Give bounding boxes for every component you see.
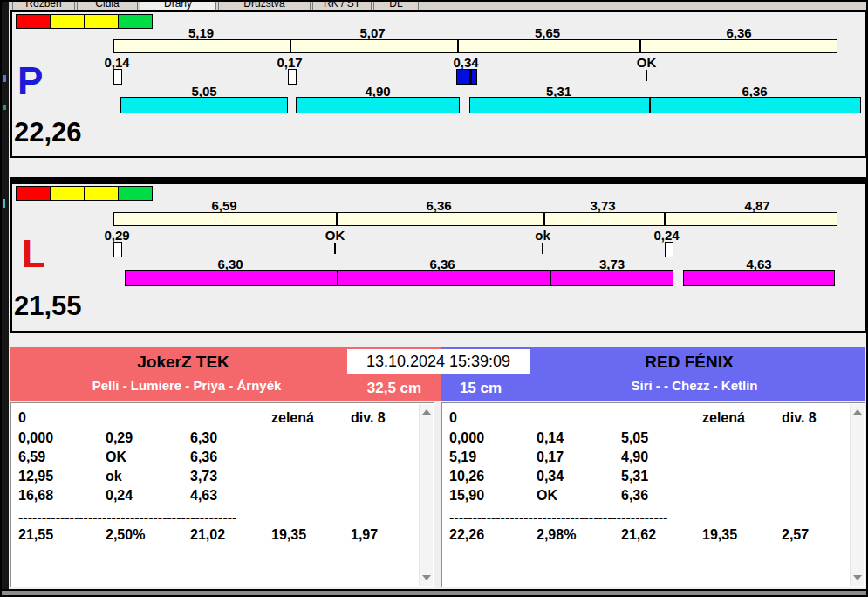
marker-divider bbox=[469, 70, 472, 84]
split-divider bbox=[457, 40, 459, 52]
team-table-left: 0 zelená div. 8 0,000 0,29 6,30 6,59 OK … bbox=[10, 402, 434, 587]
table-cell: 5,31 bbox=[621, 469, 648, 484]
light-yellow-1 bbox=[50, 14, 85, 29]
leg-label: 5,31 bbox=[469, 84, 648, 97]
leg-label: 4,90 bbox=[296, 84, 460, 97]
scroll-up-icon[interactable] bbox=[422, 409, 431, 415]
total-percent: 2,98% bbox=[537, 527, 576, 543]
table-cell: 0,000 bbox=[18, 430, 53, 446]
leg-divider bbox=[337, 271, 338, 285]
light-status: zelená bbox=[702, 410, 745, 426]
split-label: 6,59 bbox=[113, 198, 335, 211]
split-label: 5,19 bbox=[113, 25, 289, 38]
table-cell: 12,95 bbox=[18, 469, 53, 484]
total-time: 22,26 bbox=[449, 527, 484, 543]
lane-panel-p: 5,19 5,07 5,65 6,36 0,14 0,17 0,34 OK 5,… bbox=[10, 10, 866, 158]
team-name-left: JokerZ TEK bbox=[10, 353, 356, 372]
crossing-marker-ok bbox=[334, 243, 336, 254]
split-divider bbox=[290, 40, 291, 52]
tab-drahy[interactable]: Dráhy bbox=[140, 2, 216, 10]
total-time: 21,55 bbox=[18, 527, 53, 543]
lane-panel-l: 6,59 6,36 3,73 4,87 0,29 OK ok 0,24 6,30… bbox=[10, 177, 866, 333]
total-clean: 21,02 bbox=[190, 527, 225, 543]
crossing-marker bbox=[288, 69, 297, 85]
table-cell: 6,36 bbox=[190, 449, 217, 465]
split-divider bbox=[639, 40, 641, 52]
table-cell: 6,59 bbox=[18, 449, 45, 465]
crossing-marker bbox=[113, 69, 122, 85]
crossing-label: 0,17 bbox=[270, 55, 309, 68]
crossing-marker-ok bbox=[646, 70, 647, 81]
table-cell: 6,36 bbox=[621, 488, 648, 504]
lane-letter-p: P bbox=[17, 62, 43, 100]
crossing-label: OK bbox=[316, 228, 354, 241]
crossing-label: 0,29 bbox=[98, 228, 136, 241]
table-cell: 0,000 bbox=[449, 430, 484, 446]
leg-label: 6,36 bbox=[648, 84, 861, 97]
team-dogs-left: Pelli - Lumiere - Priya - Árnyék bbox=[10, 378, 363, 393]
lane-total-l: 21,55 bbox=[14, 292, 82, 320]
leg-label: 6,30 bbox=[125, 257, 336, 270]
table-cell: 4,63 bbox=[190, 488, 217, 504]
scroll-down-icon[interactable] bbox=[853, 575, 862, 580]
table-separator: ----------------------------------------… bbox=[449, 510, 698, 525]
crossing-label: 0,24 bbox=[647, 228, 686, 241]
light-red bbox=[16, 14, 51, 29]
table-cell: 5,19 bbox=[449, 449, 476, 465]
tab-cidla[interactable]: Cidla bbox=[77, 2, 138, 10]
leg-bar bbox=[469, 97, 861, 113]
split-timeline-bar-l bbox=[113, 212, 837, 226]
split-label: 6,36 bbox=[335, 198, 543, 211]
table-cell: 0,34 bbox=[537, 469, 564, 484]
timing-app-window: Rozbeh Cidla Dráhy Družstvá RK / ST DL 5… bbox=[0, 0, 868, 597]
split-divider bbox=[543, 213, 545, 225]
crossing-marker-fault bbox=[456, 69, 477, 85]
tab-dl[interactable]: DL bbox=[373, 2, 419, 10]
total-best: 19,35 bbox=[271, 527, 306, 543]
leg-label: 4,63 bbox=[683, 257, 835, 270]
table-cell: 0,24 bbox=[106, 488, 133, 504]
background-window-edge bbox=[0, 0, 9, 597]
lane-letter-l: L bbox=[22, 235, 45, 273]
crossing-label: ok bbox=[523, 228, 562, 241]
leg-bar bbox=[683, 270, 835, 286]
window-edge-artifact bbox=[3, 105, 6, 110]
table-cell: 0,14 bbox=[537, 430, 564, 446]
table-scrollbar[interactable] bbox=[850, 404, 864, 586]
crossing-marker bbox=[113, 242, 122, 257]
division-label: div. 8 bbox=[782, 410, 817, 426]
crossing-label: 0,34 bbox=[447, 55, 485, 68]
light-red bbox=[16, 186, 51, 201]
leg-label: 6,36 bbox=[336, 257, 549, 270]
table-cell: 0,29 bbox=[106, 430, 133, 446]
crossing-marker-ok bbox=[542, 243, 543, 254]
run-number: 0 bbox=[449, 410, 457, 426]
leg-bar bbox=[296, 97, 460, 113]
table-scrollbar[interactable] bbox=[419, 404, 433, 586]
tab-rk-st[interactable]: RK / ST bbox=[312, 2, 372, 10]
window-edge-artifact bbox=[3, 199, 5, 208]
team-name-right: RED FÉNIX bbox=[523, 353, 855, 372]
jump-height-left: 32,5 cm bbox=[347, 380, 441, 397]
total-diff: 2,57 bbox=[782, 527, 809, 543]
split-label: 3,73 bbox=[543, 198, 663, 211]
total-clean: 21,62 bbox=[621, 527, 656, 543]
split-timeline-bar-p bbox=[113, 39, 837, 53]
table-cell: 15,90 bbox=[449, 488, 484, 504]
jump-height-right: 15 cm bbox=[447, 380, 515, 397]
window-edge-artifact bbox=[3, 75, 6, 82]
split-label: 6,36 bbox=[639, 25, 839, 38]
scroll-down-icon[interactable] bbox=[422, 575, 431, 580]
scroll-up-icon[interactable] bbox=[853, 409, 862, 415]
split-label: 5,07 bbox=[289, 25, 456, 38]
table-cell: 6,30 bbox=[190, 430, 217, 446]
split-label: 4,87 bbox=[663, 198, 851, 211]
total-diff: 1,97 bbox=[351, 527, 378, 543]
tab-rozbeh[interactable]: Rozbeh bbox=[12, 2, 75, 10]
crossing-label: OK bbox=[627, 55, 666, 68]
total-best: 19,35 bbox=[702, 527, 737, 543]
table-cell: 16,68 bbox=[18, 488, 53, 504]
lane-total-p: 22,26 bbox=[14, 119, 82, 147]
crossing-marker bbox=[665, 242, 673, 257]
tab-druzstva[interactable]: Družstvá bbox=[218, 2, 311, 10]
